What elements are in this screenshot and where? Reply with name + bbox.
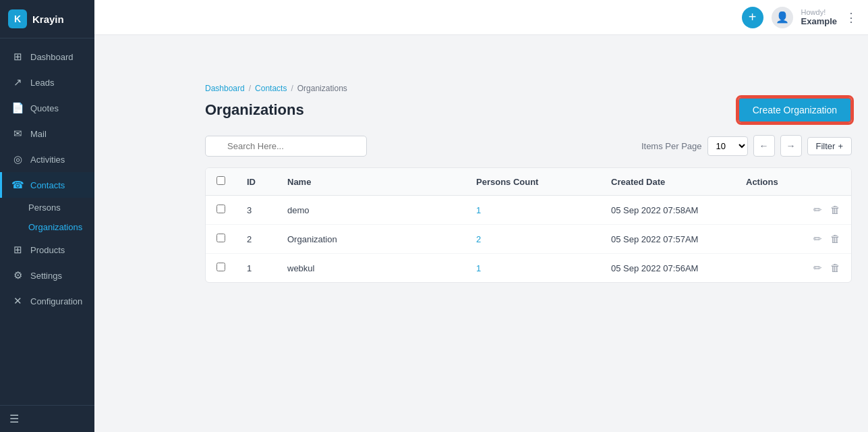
- sidebar-nav: ⊞ Dashboard ↗ Leads 📄 Quotes ✉ Mail ◎ Ac…: [0, 38, 94, 405]
- page-header: Organizations Create Organization: [205, 97, 852, 123]
- persons-count-link[interactable]: 1: [476, 263, 481, 273]
- filter-button[interactable]: Filter +: [807, 137, 852, 155]
- topbar-actions: + 👤 Howdy! Example ⋮: [742, 7, 857, 28]
- next-page-button[interactable]: →: [780, 135, 802, 157]
- row-persons-count: 1: [465, 196, 600, 225]
- row-name: demo: [277, 196, 465, 225]
- create-organization-button[interactable]: Create Organization: [738, 97, 852, 123]
- quotes-icon: 📄: [11, 102, 24, 114]
- sidebar-item-label: Leads: [30, 78, 54, 88]
- collapse-icon[interactable]: ☰: [9, 413, 19, 425]
- items-per-page-select[interactable]: 10 25 50 100: [707, 136, 748, 156]
- breadcrumb-contacts[interactable]: Contacts: [255, 84, 287, 93]
- row-actions: ✏ 🗑: [735, 225, 851, 254]
- contacts-icon: ☎: [11, 179, 24, 191]
- row-checkbox[interactable]: [216, 205, 225, 213]
- table-row: 2 Organization 2 05 Sep 2022 07:57AM ✏ 🗑: [206, 225, 851, 254]
- settings-icon: ⚙: [11, 269, 24, 281]
- row-actions: ✏ 🗑: [735, 196, 851, 225]
- logo-text: Krayin: [32, 14, 64, 25]
- breadcrumb-sep-1: /: [249, 84, 251, 93]
- search-input[interactable]: [205, 136, 367, 157]
- sidebar: K Krayin ⊞ Dashboard ↗ Leads 📄 Quotes ✉ …: [0, 0, 94, 432]
- configuration-icon: ✕: [11, 295, 24, 307]
- row-checkbox-cell: [206, 225, 236, 254]
- sidebar-item-label: Settings: [30, 271, 62, 281]
- row-actions: ✏ 🗑: [735, 254, 851, 283]
- table-row: 1 webkul 1 05 Sep 2022 07:56AM ✏ 🗑: [206, 254, 851, 283]
- row-checkbox[interactable]: [216, 263, 225, 271]
- sidebar-item-label: Mail: [30, 129, 47, 139]
- table: ID Name Persons Count Created Date Actio…: [206, 168, 851, 282]
- sidebar-sub-label: Organizations: [28, 222, 82, 232]
- main-content: Dashboard / Contacts / Organizations Org…: [189, 35, 868, 432]
- activities-icon: ◎: [11, 153, 24, 165]
- breadcrumb-dashboard[interactable]: Dashboard: [205, 84, 245, 93]
- table-body: 3 demo 1 05 Sep 2022 07:58AM ✏ 🗑 2 Organ…: [206, 196, 851, 283]
- search-wrap: 🔍: [205, 136, 367, 157]
- user-info: Howdy! Example: [801, 8, 837, 26]
- user-name: Example: [801, 16, 837, 26]
- sidebar-item-configuration[interactable]: ✕ Configuration: [0, 288, 94, 314]
- sidebar-item-products[interactable]: ⊞ Products: [0, 237, 94, 263]
- row-id: 3: [236, 196, 277, 225]
- sidebar-item-dashboard[interactable]: ⊞ Dashboard: [0, 44, 94, 70]
- leads-icon: ↗: [11, 76, 24, 88]
- edit-icon[interactable]: ✏: [813, 204, 822, 215]
- row-checkbox-cell: [206, 254, 236, 283]
- delete-icon[interactable]: 🗑: [830, 233, 840, 244]
- th-created-date: Created Date: [600, 168, 735, 196]
- sidebar-item-contacts[interactable]: ☎ Contacts: [0, 172, 94, 198]
- prev-page-button[interactable]: ←: [753, 135, 775, 157]
- breadcrumb-current: Organizations: [297, 84, 347, 93]
- row-id: 1: [236, 254, 277, 283]
- persons-count-link[interactable]: 1: [476, 205, 481, 215]
- sidebar-sub-item-persons[interactable]: Persons: [0, 198, 94, 217]
- row-checkbox[interactable]: [216, 234, 225, 242]
- th-name: Name: [277, 168, 465, 196]
- breadcrumb: Dashboard / Contacts / Organizations: [205, 84, 852, 93]
- sidebar-bottom: ☰: [0, 405, 94, 432]
- row-created-date: 05 Sep 2022 07:56AM: [600, 254, 735, 283]
- add-button[interactable]: +: [742, 7, 763, 28]
- more-menu-icon[interactable]: ⋮: [845, 10, 857, 25]
- sidebar-sub-item-organizations[interactable]: Organizations: [0, 217, 94, 237]
- sidebar-item-activities[interactable]: ◎ Activities: [0, 146, 94, 172]
- sidebar-item-label: Dashboard: [30, 52, 74, 62]
- sidebar-item-label: Products: [30, 245, 65, 255]
- avatar[interactable]: 👤: [772, 7, 793, 28]
- row-id: 2: [236, 225, 277, 254]
- sidebar-logo: K Krayin: [0, 0, 94, 38]
- sidebar-item-label: Activities: [30, 155, 65, 165]
- row-persons-count: 2: [465, 225, 600, 254]
- organizations-table: ID Name Persons Count Created Date Actio…: [205, 167, 852, 283]
- row-name: webkul: [277, 254, 465, 283]
- select-all-checkbox[interactable]: [216, 176, 225, 185]
- sidebar-item-settings[interactable]: ⚙ Settings: [0, 263, 94, 288]
- row-persons-count: 1: [465, 254, 600, 283]
- sidebar-item-label: Configuration: [30, 296, 82, 306]
- th-id: ID: [236, 168, 277, 196]
- delete-icon[interactable]: 🗑: [830, 262, 840, 273]
- sidebar-item-label: Contacts: [30, 180, 65, 190]
- toolbar: 🔍 Items Per Page 10 25 50 100 ← → Filter…: [205, 135, 852, 157]
- delete-icon[interactable]: 🗑: [830, 204, 840, 215]
- edit-icon[interactable]: ✏: [813, 233, 822, 244]
- breadcrumb-sep-2: /: [291, 84, 293, 93]
- mail-icon: ✉: [11, 128, 24, 140]
- sidebar-sub-label: Persons: [28, 202, 61, 213]
- edit-icon[interactable]: ✏: [813, 262, 822, 273]
- table-header: ID Name Persons Count Created Date Actio…: [206, 168, 851, 196]
- sidebar-item-leads[interactable]: ↗ Leads: [0, 70, 94, 95]
- sidebar-item-label: Quotes: [30, 103, 59, 113]
- filter-label: Filter: [816, 141, 836, 151]
- row-checkbox-cell: [206, 196, 236, 225]
- sidebar-item-quotes[interactable]: 📄 Quotes: [0, 95, 94, 121]
- products-icon: ⊞: [11, 244, 24, 256]
- th-actions: Actions: [735, 168, 851, 196]
- toolbar-right: Items Per Page 10 25 50 100 ← → Filter +: [641, 135, 852, 157]
- topbar: + 👤 Howdy! Example ⋮: [94, 0, 868, 35]
- sidebar-item-mail[interactable]: ✉ Mail: [0, 121, 94, 146]
- th-persons-count: Persons Count: [465, 168, 600, 196]
- persons-count-link[interactable]: 2: [476, 234, 481, 244]
